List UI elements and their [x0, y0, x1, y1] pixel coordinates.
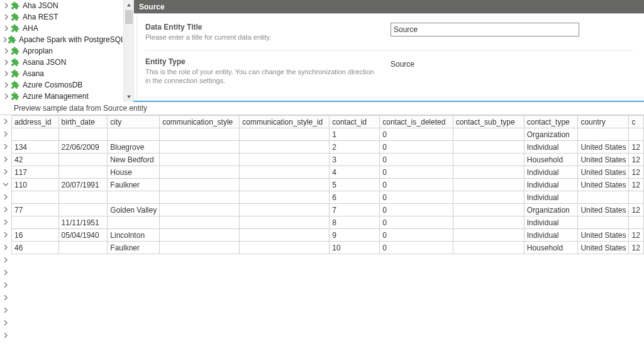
cell[interactable]: 0 [380, 141, 453, 154]
cell[interactable]: 11/11/1951 [58, 216, 108, 229]
tree-item[interactable]: Aha REST [0, 11, 123, 23]
chevron-right-icon[interactable] [0, 203, 11, 216]
chevron-right-icon[interactable] [0, 191, 11, 203]
cell[interactable] [58, 166, 108, 179]
cell[interactable] [578, 128, 629, 141]
cell[interactable]: Individual [524, 216, 578, 229]
column-header[interactable]: contact_type [524, 116, 578, 128]
cell[interactable]: 117 [12, 166, 59, 179]
scroll-down-icon[interactable] [124, 92, 133, 102]
cell[interactable] [453, 242, 524, 254]
column-header[interactable]: birth_date [58, 116, 108, 128]
chevron-right-icon[interactable] [0, 165, 11, 178]
column-header[interactable]: contact_sub_type [453, 116, 524, 128]
column-header[interactable]: contact_id [330, 116, 380, 128]
cell[interactable] [240, 216, 330, 229]
chevron-right-icon[interactable] [0, 216, 11, 228]
cell[interactable] [453, 154, 524, 166]
cell[interactable]: 6 [330, 191, 380, 204]
tree-item[interactable]: Aha JSON [0, 0, 123, 11]
cell[interactable] [629, 191, 644, 204]
cell[interactable]: House [108, 166, 160, 179]
cell[interactable]: 12 [629, 166, 644, 179]
cell[interactable]: 12 [629, 242, 644, 254]
cell[interactable]: Faulkner [108, 179, 160, 191]
cell[interactable]: Golden Valley [108, 204, 160, 216]
chevron-right-icon[interactable] [3, 79, 10, 91]
table-row[interactable]: 117House40IndividualUnited States12 [12, 166, 644, 179]
cell[interactable]: Bluegrove [108, 141, 160, 154]
cell[interactable]: 110 [12, 179, 59, 191]
cell[interactable] [160, 229, 240, 242]
chevron-right-icon[interactable] [3, 34, 8, 45]
tree-item[interactable]: Azure CosmosDB [0, 79, 123, 91]
cell[interactable]: 42 [12, 154, 59, 166]
cell[interactable]: Individual [524, 179, 578, 191]
cell[interactable] [453, 204, 524, 216]
cell[interactable] [240, 154, 330, 166]
cell[interactable]: 0 [380, 166, 453, 179]
cell[interactable] [578, 191, 629, 204]
scroll-thumb[interactable] [125, 10, 133, 24]
column-header[interactable]: contact_is_deleted [380, 116, 453, 128]
tree-item[interactable]: Asana JSON [0, 57, 123, 68]
cell[interactable]: United States [578, 154, 629, 166]
cell[interactable] [160, 166, 240, 179]
column-header[interactable]: address_id [12, 116, 59, 128]
cell[interactable] [629, 128, 644, 141]
cell[interactable] [160, 242, 240, 254]
cell[interactable]: United States [578, 242, 629, 254]
chevron-right-icon[interactable] [0, 304, 11, 317]
cell[interactable] [629, 216, 644, 229]
chevron-right-icon[interactable] [0, 254, 11, 266]
column-header[interactable]: communication_style [160, 116, 240, 128]
chevron-right-icon[interactable] [0, 266, 11, 279]
cell[interactable]: Individual [524, 141, 578, 154]
table-row[interactable]: 11020/07/1991Faulkner50IndividualUnited … [12, 179, 644, 191]
cell[interactable] [453, 128, 524, 141]
cell[interactable] [578, 216, 629, 229]
cell[interactable] [453, 179, 524, 191]
cell[interactable] [453, 166, 524, 179]
cell[interactable]: 7 [330, 204, 380, 216]
cell[interactable]: 0 [380, 216, 453, 229]
cell[interactable] [160, 154, 240, 166]
cell[interactable]: United States [578, 179, 629, 191]
table-row[interactable]: 10Organization [12, 128, 644, 141]
cell[interactable] [160, 191, 240, 204]
cell[interactable] [108, 191, 160, 204]
cell[interactable] [12, 216, 59, 229]
chevron-right-icon[interactable] [3, 11, 10, 23]
chevron-down-icon[interactable] [0, 178, 11, 191]
cell[interactable]: 12 [629, 204, 644, 216]
data-grid[interactable]: address_idbirth_datecitycommunication_st… [11, 115, 644, 254]
cell[interactable]: 12 [629, 141, 644, 154]
chevron-right-icon[interactable] [0, 317, 11, 329]
column-header[interactable]: city [108, 116, 160, 128]
table-row[interactable]: 42New Bedford30HouseholdUnited States12 [12, 154, 644, 166]
cell[interactable]: 5 [330, 179, 380, 191]
cell[interactable]: 0 [380, 229, 453, 242]
cell[interactable]: Individual [524, 191, 578, 204]
table-row[interactable]: 60Individual [12, 191, 644, 204]
table-row[interactable]: 1605/04/1940Lincolnton90IndividualUnited… [12, 229, 644, 242]
table-row[interactable]: 77Golden Valley70OrganizationUnited Stat… [12, 204, 644, 216]
cell[interactable] [58, 204, 108, 216]
cell[interactable] [240, 166, 330, 179]
tree-item[interactable]: AHA [0, 23, 123, 34]
cell[interactable] [58, 242, 108, 254]
cell[interactable]: 12 [629, 154, 644, 166]
cell[interactable]: 0 [380, 128, 453, 141]
cell[interactable] [58, 191, 108, 204]
cell[interactable] [240, 128, 330, 141]
cell[interactable] [160, 216, 240, 229]
chevron-right-icon[interactable] [0, 241, 11, 254]
cell[interactable] [58, 128, 108, 141]
cell[interactable]: United States [578, 141, 629, 154]
cell[interactable] [160, 179, 240, 191]
cell[interactable]: 46 [12, 242, 59, 254]
tree-scrollarea[interactable]: Aha JSONAha RESTAHAApache Spark with Pos… [0, 0, 123, 102]
cell[interactable]: New Bedford [108, 154, 160, 166]
cell[interactable]: Individual [524, 166, 578, 179]
tree-item[interactable]: Azure Management [0, 91, 123, 102]
